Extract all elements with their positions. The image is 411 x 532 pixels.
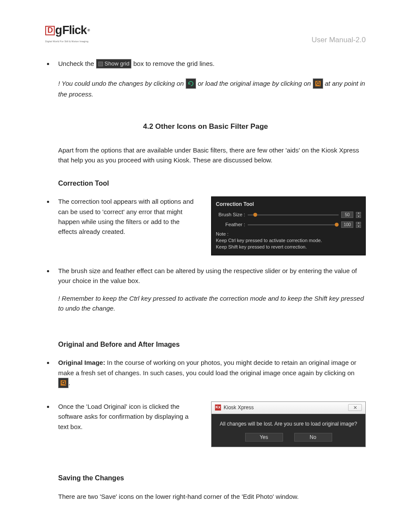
close-button[interactable]: ✕ [348, 404, 362, 411]
para-4-2-intro: Apart from the options that are availabl… [58, 145, 366, 165]
original-image-label: Original Image: [58, 359, 105, 366]
undo-icon[interactable] [186, 78, 196, 89]
bullet-list-ct2: The brush size and feather effect can be… [45, 266, 366, 286]
brush-size-stepper[interactable]: ▴▾ [356, 212, 361, 218]
text: The correction tool appears with all opt… [58, 198, 193, 235]
bullet-list-lo: Once the 'Load Original' icon is clicked… [45, 401, 198, 432]
bullet-list-oi: Original Image: In the course of working… [45, 358, 366, 389]
checkbox-icon [98, 62, 103, 66]
text: Uncheck the [58, 60, 96, 67]
logo-text-2: Flick [62, 22, 87, 40]
subheading-original-before-after: Original and Before and After Images [58, 339, 366, 350]
dialog-titlebar: Kx Kiosk Xpress ✕ [212, 402, 365, 414]
logo-text-1: g [55, 22, 62, 40]
subheading-saving: Saving the Changes [58, 473, 366, 484]
feather-label: Feather : [216, 221, 245, 229]
text: ! You could undo the changes by clicking… [58, 80, 184, 87]
note-undo-load: ! You could undo the changes by clicking… [58, 78, 366, 99]
para-saving: There are two 'Save' icons on the lower … [58, 492, 366, 501]
slider-thumb-icon [253, 213, 257, 217]
text: The brush size and feather effect can be… [58, 267, 357, 284]
feather-slider[interactable] [248, 222, 339, 227]
logo-mark: D [45, 26, 55, 35]
note-line-2: Keep Shift key pressed to revert correct… [216, 244, 361, 250]
show-grid-checkbox-chip[interactable]: Show grid [96, 59, 132, 68]
page-header: DgFlick® Digital World For Still & Motio… [45, 22, 366, 46]
correction-tool-panel: Correction Tool Brush Size : 50 ▴▾ Feath… [211, 196, 366, 255]
feather-stepper[interactable]: ▴▾ [356, 222, 361, 228]
chip-label: Show grid [105, 59, 130, 68]
list-item: Once the 'Load Original' icon is clicked… [54, 401, 198, 432]
doc-title: User Manual-2.0 [311, 34, 366, 46]
no-button[interactable]: No [294, 433, 332, 442]
panel-title: Correction Tool [216, 200, 361, 208]
step-down-icon: ▾ [356, 215, 361, 218]
list-item: The brush size and feather effect can be… [54, 266, 366, 286]
yes-button[interactable]: Yes [245, 433, 283, 442]
section-heading-4-2: 4.2 Other Icons on Basic Filter Page [45, 121, 366, 132]
brush-size-label: Brush Size : [216, 211, 245, 219]
bullet-list-1: Uncheck the Show grid box to remove the … [45, 59, 366, 69]
list-item: Original Image: In the course of working… [54, 358, 366, 389]
confirm-dialog: Kx Kiosk Xpress ✕ All changes will be lo… [211, 401, 366, 447]
dialog-message: All changes will be lost. Are you sure t… [218, 420, 358, 428]
registered-mark: ® [87, 28, 90, 33]
subheading-correction-tool: Correction Tool [58, 178, 366, 189]
bullet-list-ct1: The correction tool appears with all opt… [45, 196, 198, 236]
load-original-icon[interactable] [58, 378, 68, 388]
text: . [68, 379, 70, 386]
list-item: Uncheck the Show grid box to remove the … [54, 59, 366, 69]
app-icon: Kx [215, 404, 221, 411]
dialog-title: Kiosk Xpress [224, 404, 254, 412]
logo: DgFlick® Digital World For Still & Motio… [45, 22, 90, 43]
feather-value[interactable]: 100 [341, 221, 353, 228]
list-item: The correction tool appears with all opt… [54, 196, 198, 236]
text: Once the 'Load Original' icon is clicked… [58, 403, 189, 430]
note-line-1: Keep Ctrl key pressed to activate correc… [216, 237, 361, 244]
brush-size-slider[interactable] [248, 212, 339, 218]
text: or load the original image by clicking o… [198, 80, 313, 87]
note-ctrl-shift: ! Remember to keep the Ctrl key pressed … [58, 293, 366, 314]
brush-size-value[interactable]: 50 [341, 212, 353, 218]
note-label: Note : [216, 231, 361, 237]
logo-tagline: Digital World For Still & Motion Imaging [45, 40, 90, 43]
load-original-icon[interactable] [313, 78, 323, 89]
text: box to remove the grid lines. [134, 60, 215, 67]
step-down-icon: ▾ [356, 225, 361, 228]
slider-thumb-icon [335, 223, 339, 227]
